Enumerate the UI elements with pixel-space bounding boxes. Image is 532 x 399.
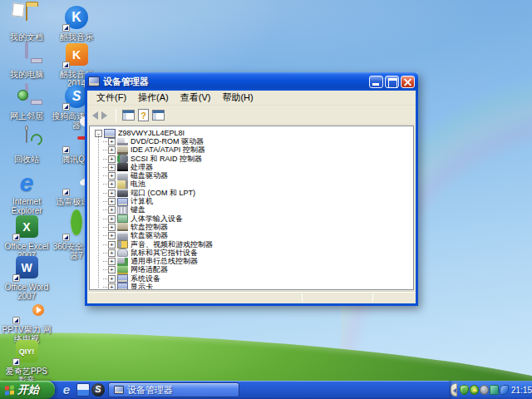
desktop-icon-label: Internet Explorer xyxy=(2,197,52,215)
expand-icon[interactable]: + xyxy=(108,258,116,265)
taskbar-button-device-manager[interactable]: 设备管理器 xyxy=(108,382,239,397)
shortcut-arrow-icon xyxy=(62,24,70,32)
desktop-icon-label: 我的文档 xyxy=(2,32,52,42)
forward-button[interactable] xyxy=(101,111,107,120)
window-body: 文件(F) 操作(A) 查看(V) 帮助(H) ? - Z98VWYJLL4EP… xyxy=(85,91,418,306)
update-tray-icon[interactable] xyxy=(470,385,479,395)
tree-item-display-adapters[interactable]: +显示卡 xyxy=(103,283,413,290)
tree-item-computer[interactable]: +计算机 xyxy=(103,197,413,205)
shortcut-arrow-icon xyxy=(62,189,70,196)
menu-action[interactable]: 操作(A) xyxy=(132,91,175,105)
expand-icon[interactable]: + xyxy=(108,275,116,283)
menu-view[interactable]: 查看(V) xyxy=(175,91,217,105)
expand-icon[interactable]: + xyxy=(108,224,116,231)
expand-icon[interactable]: + xyxy=(108,241,116,249)
network-places-icon xyxy=(25,83,28,101)
expand-icon[interactable]: + xyxy=(108,249,116,257)
ide-controller-icon xyxy=(117,146,128,155)
tree-item-disk-drives[interactable]: +磁盘驱动器 xyxy=(103,171,413,180)
shortcut-arrow-icon xyxy=(62,62,70,69)
menu-bar: 文件(F) 操作(A) 查看(V) 帮助(H) xyxy=(87,91,416,106)
scsi-raid-controller-icon xyxy=(117,155,128,163)
shortcut-arrow-icon xyxy=(12,234,20,241)
shortcut-arrow-icon xyxy=(62,103,70,111)
toolbar-separator xyxy=(116,109,116,122)
window-title: 设备管理器 xyxy=(103,76,367,88)
internet-explorer-icon: e xyxy=(20,169,34,196)
system-tray: 21:15 xyxy=(449,381,532,399)
device-tree: - Z98VWYJLL4EPL8I +DVD/CD-ROM 驱动器 +IDE A… xyxy=(89,126,414,290)
maximize-button[interactable] xyxy=(385,76,399,88)
desktop-icon-pptv[interactable]: PPTV聚力 网络电视 xyxy=(2,298,52,343)
shortcut-arrow-icon xyxy=(12,358,20,366)
taskbar-clock: 21:15 xyxy=(511,386,532,395)
quicklaunch-show-desktop-icon[interactable] xyxy=(76,383,90,397)
quicklaunch-internet-explorer-icon[interactable]: e xyxy=(60,383,73,397)
help-button[interactable]: ? xyxy=(138,109,149,121)
device-manager-window: 设备管理器 文件(F) 操作(A) 查看(V) 帮助(H) ? xyxy=(85,72,418,306)
expand-icon[interactable]: + xyxy=(108,198,116,205)
task-button-label: 设备管理器 xyxy=(127,384,173,397)
desktop-icon-word-2007[interactable]: W Office Word 2007 xyxy=(2,256,52,301)
status-divider xyxy=(302,293,303,302)
my-computer-icon xyxy=(25,42,28,59)
expand-icon[interactable]: + xyxy=(108,155,116,163)
desktop-icon-recycle-bin[interactable]: 回收站 xyxy=(2,128,52,164)
expand-icon[interactable]: + xyxy=(108,172,116,180)
window-titlebar[interactable]: 设备管理器 xyxy=(85,72,418,91)
desktop-icon-network-places[interactable]: 网上邻居 xyxy=(2,85,52,121)
xunlei-tray-icon[interactable] xyxy=(500,385,509,395)
desktop-icon-my-documents[interactable]: 我的文档 xyxy=(2,6,52,42)
windows-flag-icon xyxy=(5,385,14,395)
display-adapter-icon xyxy=(117,283,128,290)
desktop-icon-label: 酷我音乐 xyxy=(52,32,101,42)
desktop-icon-label: 我的电脑 xyxy=(2,70,52,79)
menu-help[interactable]: 帮助(H) xyxy=(216,91,259,105)
processor-icon xyxy=(117,163,128,171)
back-button[interactable] xyxy=(92,111,98,120)
desktop-icon-my-computer[interactable]: 我的电脑 xyxy=(2,43,52,79)
system-devices-icon xyxy=(117,274,128,283)
close-button[interactable] xyxy=(401,76,415,88)
desktop: 我的文档 K 酷我音乐 我的电脑 K 酷我音乐 2014 网上邻居 S 搜狗高速… xyxy=(0,0,532,399)
expand-icon[interactable]: + xyxy=(108,206,116,214)
globe-icon xyxy=(17,90,28,101)
toolbar: ? xyxy=(87,106,416,125)
menu-file[interactable]: 文件(F) xyxy=(91,91,132,105)
keyboard-icon xyxy=(117,206,128,214)
show-console-tree-button[interactable] xyxy=(122,110,135,121)
network-tray-icon[interactable] xyxy=(490,385,499,395)
expand-icon[interactable]: + xyxy=(108,180,116,188)
shortcut-arrow-icon xyxy=(12,274,20,282)
network-adapter-icon xyxy=(117,266,128,274)
device-manager-task-icon xyxy=(114,386,124,394)
expand-icon[interactable]: + xyxy=(108,146,116,154)
volume-tray-icon[interactable] xyxy=(480,385,489,395)
usb-controller-icon xyxy=(117,258,128,266)
desktop-icon-label: 网上邻居 xyxy=(2,111,52,121)
hid-icon xyxy=(117,214,128,223)
expand-icon[interactable]: + xyxy=(108,266,116,273)
desktop-icon-internet-explorer[interactable]: e Internet Explorer xyxy=(2,170,52,215)
expand-icon[interactable]: + xyxy=(108,138,116,145)
desktop-icon-iqiyi-pps[interactable]: QIY! 爱奇艺PPS 影音 xyxy=(2,340,52,385)
desktop-icon-label: 回收站 xyxy=(2,155,52,164)
start-button[interactable]: 开始 xyxy=(0,381,55,399)
properties-pane-button[interactable] xyxy=(152,110,165,121)
minimize-button[interactable] xyxy=(369,76,383,88)
tree-children: +DVD/CD-ROM 驱动器 +IDE ATA/ATAPI 控制器 +SCSI… xyxy=(95,137,413,290)
expand-icon[interactable]: + xyxy=(108,164,116,171)
quicklaunch-sogou-browser-icon[interactable]: S xyxy=(91,383,105,397)
expand-icon[interactable]: + xyxy=(108,215,116,223)
status-bar xyxy=(87,291,416,303)
desktop-icon-excel-2007[interactable]: X Office Excel 2007 xyxy=(2,215,52,260)
tray-collapse-chevron[interactable] xyxy=(451,383,457,397)
expand-icon[interactable]: + xyxy=(108,283,116,290)
computer-root-icon xyxy=(104,129,116,138)
computer-icon xyxy=(117,198,128,206)
desktop-icon-kuwo-music[interactable]: K 酷我音乐 xyxy=(52,6,101,42)
security-shield-tray-icon[interactable] xyxy=(460,385,469,395)
expand-icon[interactable]: + xyxy=(108,190,116,197)
status-divider xyxy=(372,293,373,302)
expand-icon[interactable]: + xyxy=(108,232,116,239)
